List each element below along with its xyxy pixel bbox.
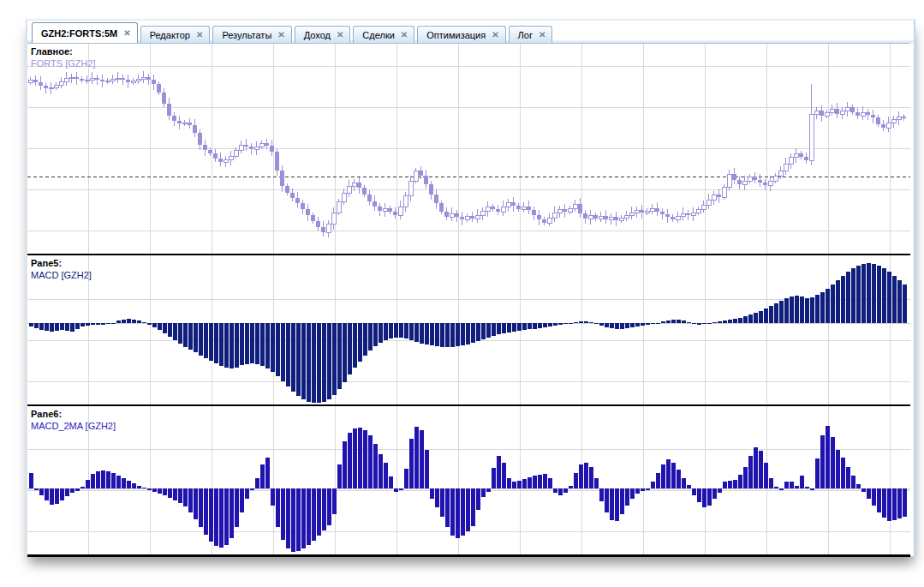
chart-area: Главное: FORTS [GZH2] Pane5: MACD [GZH2]… — [27, 43, 910, 557]
series-label: MACD [GZH2] — [31, 269, 92, 281]
tab-strip: GZH2:FORTS:5M✕Редактор✕Результаты✕Доход✕… — [27, 21, 914, 43]
app-window: GZH2:FORTS:5M✕Редактор✕Результаты✕Доход✕… — [26, 19, 915, 556]
macd2ma-histogram-chart[interactable] — [27, 406, 910, 554]
tab-close-icon[interactable]: ✕ — [196, 31, 203, 39]
series-label: FORTS [GZH2] — [31, 57, 96, 69]
price-pane-label: Главное: FORTS [GZH2] — [31, 45, 96, 69]
chart-bottom-border — [27, 554, 910, 557]
tab-trades[interactable]: Сделки✕ — [353, 26, 414, 43]
tab-income[interactable]: Доход✕ — [295, 26, 351, 43]
tab-close-icon[interactable]: ✕ — [123, 29, 130, 38]
tab-label: Сделки — [362, 30, 395, 40]
tab-log[interactable]: Лог✕ — [509, 26, 553, 43]
macd2ma-pane[interactable]: Pane6: MACD_2MA [GZH2] — [27, 406, 910, 554]
candlestick-chart[interactable] — [27, 44, 910, 254]
tab-optimization[interactable]: Оптимизация✕ — [417, 26, 505, 43]
tab-label: Доход — [304, 30, 331, 40]
pane-title: Главное: — [31, 45, 96, 57]
series-label: MACD_2MA [GZH2] — [31, 420, 116, 432]
tab-label: Лог — [518, 30, 533, 40]
price-pane[interactable]: Главное: FORTS [GZH2] — [27, 44, 910, 254]
tab-results[interactable]: Результаты✕ — [212, 26, 291, 43]
tab-label: Оптимизация — [426, 30, 486, 40]
tab-chart[interactable]: GZH2:FORTS:5M✕ — [32, 22, 138, 43]
tab-close-icon[interactable]: ✕ — [337, 31, 343, 39]
macd2ma-pane-label: Pane6: MACD_2MA [GZH2] — [31, 408, 116, 432]
tab-close-icon[interactable]: ✕ — [492, 31, 498, 39]
tab-editor[interactable]: Редактор✕ — [140, 26, 211, 43]
tab-label: GZH2:FORTS:5M — [41, 28, 117, 39]
tab-close-icon[interactable]: ✕ — [539, 31, 545, 39]
pane-title: Pane5: — [31, 257, 92, 269]
macd-pane-label: Pane5: MACD [GZH2] — [31, 257, 92, 281]
tab-close-icon[interactable]: ✕ — [401, 31, 408, 39]
tab-label: Результаты — [222, 30, 271, 40]
tab-close-icon[interactable]: ✕ — [277, 31, 284, 39]
pane-title: Pane6: — [31, 408, 116, 420]
macd-histogram-chart[interactable] — [27, 255, 910, 404]
macd-pane[interactable]: Pane5: MACD [GZH2] — [27, 255, 910, 404]
tab-label: Редактор — [150, 30, 190, 40]
